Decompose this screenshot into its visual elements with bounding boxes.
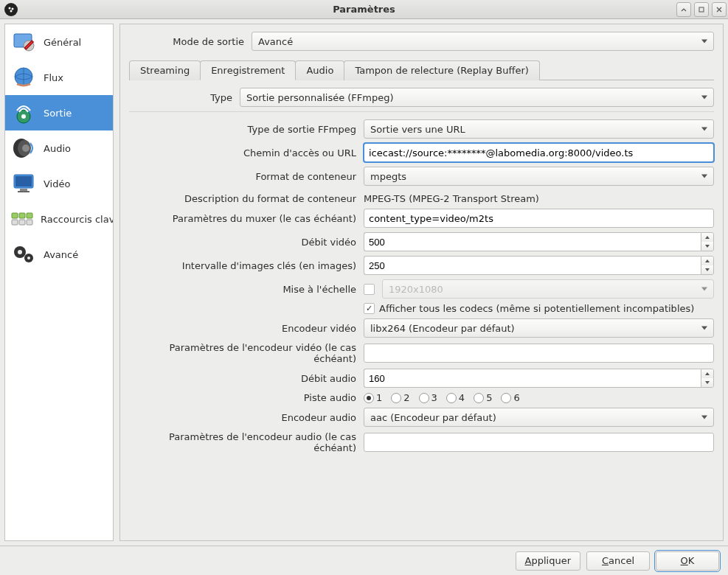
audio-encoder-value: aac (Encodeur par défaut) [370,412,496,423]
type-value: Sortie personnalisée (FFmpeg) [246,92,394,103]
container-desc-value: MPEG-TS (MPEG-2 Transport Stream) [364,190,714,207]
muxer-label: Paramètres du muxer (le cas échéant) [129,213,364,224]
settings-icon [10,28,38,56]
audio-track-1[interactable] [364,393,374,403]
output-icon [10,99,38,127]
svg-rect-15 [15,176,32,187]
maximize-button[interactable] [694,2,709,17]
tabbar: Streaming Enregistrement Audio Tampon de… [129,60,714,80]
sidebar-item-audio[interactable]: Audio [5,130,114,166]
audio-track-6[interactable] [501,393,511,403]
video-bitrate-input[interactable] [364,232,701,251]
sidebar: Général Flux Sortie Audio [4,24,114,541]
output-mode-label: Mode de sortie [129,36,252,47]
url-input[interactable] [364,143,714,162]
sidebar-item-label: Flux [44,72,63,83]
svg-point-10 [21,114,26,119]
output-mode-dropdown[interactable]: Avancé [252,32,714,51]
apply-button[interactable]: Appliquer [516,551,580,571]
keyframe-label: Intervalle d'images clés (en images) [129,260,364,271]
main-panel: Mode de sortie Avancé Streaming Enregist… [119,24,724,541]
footer: Appliquer Cancel OK [0,546,728,575]
ffmpeg-output-type-value: Sortie vers une URL [370,124,465,135]
svg-rect-4 [699,7,704,12]
svg-rect-18 [12,213,18,218]
step-up-icon[interactable] [701,257,713,265]
show-all-codecs-checkbox[interactable] [364,303,375,314]
tab-recording[interactable]: Enregistrement [200,60,296,80]
keyframe-input[interactable] [364,256,701,275]
minimize-button[interactable] [676,2,691,17]
svg-point-1 [9,7,11,9]
svg-rect-17 [18,191,30,192]
keyframe-spinner[interactable] [364,256,714,275]
type-dropdown[interactable]: Sortie personnalisée (FFmpeg) [240,88,714,107]
keyboard-icon [10,205,35,233]
tab-replay-buffer[interactable]: Tampon de relecture (Replay Buffer) [344,60,539,80]
video-enc-params-label: Paramètres de l'encodeur vidéo (le cas é… [129,342,364,364]
svg-rect-19 [19,213,25,218]
audio-track-label: Piste audio [129,392,364,403]
rescale-label: Mise à l'échelle [129,284,364,295]
url-label: Chemin d'accès ou URL [129,147,364,158]
container-dropdown[interactable]: mpegts [364,167,714,186]
output-mode-value: Avancé [258,36,293,47]
sidebar-item-advanced[interactable]: Avancé [5,237,114,272]
video-bitrate-label: Débit vidéo [129,237,364,248]
svg-rect-21 [12,220,18,225]
sidebar-item-stream[interactable]: Flux [5,60,114,95]
show-all-codecs-label[interactable]: Afficher tous les codecs (même si potent… [379,303,694,314]
close-button[interactable] [712,2,727,17]
sidebar-item-label: Général [44,37,81,48]
audio-enc-params-input[interactable] [364,433,714,452]
svg-rect-20 [27,213,32,218]
ok-button[interactable]: OK [656,551,719,571]
rescale-dropdown: 1920x1080 [382,279,714,299]
audio-track-5[interactable] [474,393,484,403]
rescale-checkbox[interactable] [364,284,375,295]
video-encoder-dropdown[interactable]: libx264 (Encodeur par défaut) [364,318,714,338]
type-label: Type [129,92,240,103]
step-down-icon[interactable] [701,265,713,274]
ffmpeg-output-type-dropdown[interactable]: Sortie vers une URL [364,119,714,139]
sidebar-item-hotkeys[interactable]: Raccourcis clavier [5,201,114,237]
window-title: Paramètres [0,4,728,15]
cancel-button[interactable]: Cancel [586,551,650,571]
sidebar-item-output[interactable]: Sortie [5,95,114,130]
step-up-icon[interactable] [701,369,713,378]
sidebar-item-video[interactable]: Vidéo [5,166,114,201]
tab-streaming[interactable]: Streaming [129,60,201,80]
container-value: mpegts [370,171,406,182]
speaker-icon [10,134,38,162]
monitor-icon [10,170,38,198]
sidebar-item-general[interactable]: Général [5,24,114,60]
audio-bitrate-input[interactable] [364,369,701,388]
step-down-icon[interactable] [701,242,713,251]
audio-track-4[interactable] [446,393,457,403]
step-down-icon[interactable] [701,378,713,387]
video-enc-params-input[interactable] [364,344,714,363]
svg-point-27 [27,257,30,259]
muxer-input[interactable] [364,209,714,228]
sidebar-item-label: Sortie [44,108,72,119]
audio-encoder-dropdown[interactable]: aac (Encodeur par défaut) [364,408,714,427]
globe-icon [10,63,38,91]
ffmpeg-output-type-label: Type de sortie FFmpeg [129,124,364,135]
sidebar-item-label: Raccourcis clavier [41,214,114,225]
sidebar-item-label: Vidéo [44,178,70,189]
svg-point-2 [12,7,14,10]
video-encoder-label: Encodeur vidéo [129,323,364,334]
step-up-icon[interactable] [701,233,713,242]
video-encoder-value: libx264 (Encodeur par défaut) [370,323,515,334]
sidebar-item-label: Audio [44,143,71,154]
app-icon [4,3,18,16]
audio-encoder-label: Encodeur audio [129,412,364,423]
audio-bitrate-spinner[interactable] [364,369,714,388]
svg-point-25 [18,250,22,254]
tab-audio[interactable]: Audio [295,60,344,80]
divider [129,111,714,112]
video-bitrate-spinner[interactable] [364,232,714,251]
audio-track-3[interactable] [419,393,429,403]
audio-track-2[interactable] [391,393,401,403]
svg-rect-16 [20,189,27,191]
